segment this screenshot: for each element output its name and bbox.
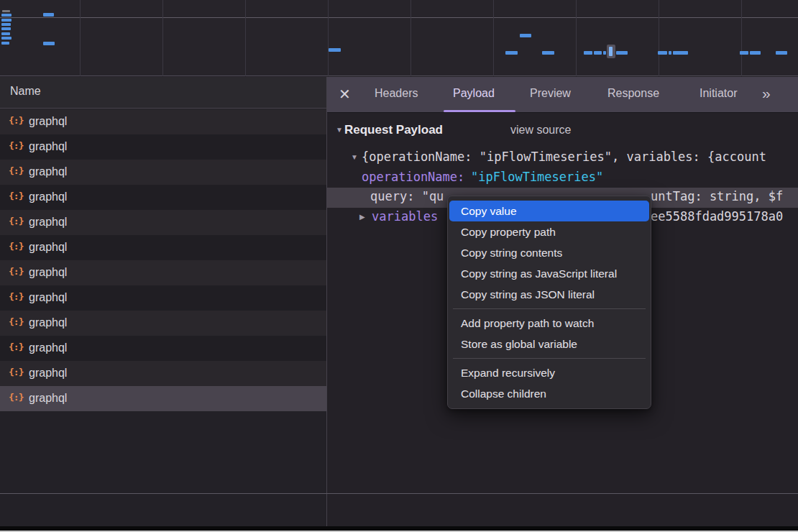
json-request-icon: {:} bbox=[9, 392, 23, 403]
request-timing-bar[interactable] bbox=[2, 10, 10, 12]
request-timing-bar[interactable] bbox=[1, 14, 12, 17]
query-text-right-fragment: untTag: string, $f bbox=[651, 189, 783, 203]
status-bar-divider bbox=[0, 493, 798, 494]
overview-gridline bbox=[659, 0, 659, 76]
request-timing-bar[interactable] bbox=[1, 27, 11, 30]
context-menu-item-store-as-global-variable[interactable]: Store as global variable bbox=[449, 334, 649, 354]
json-request-icon: {:} bbox=[9, 241, 23, 252]
request-timing-bar[interactable] bbox=[1, 32, 10, 35]
json-request-icon: {:} bbox=[9, 341, 23, 352]
request-timing-bar[interactable] bbox=[740, 51, 748, 55]
request-timing-bar[interactable] bbox=[673, 51, 688, 55]
overview-gridline bbox=[411, 0, 411, 76]
property-key: operationName: bbox=[362, 170, 464, 184]
request-timing-bar[interactable] bbox=[1, 37, 12, 40]
json-request-icon: {:} bbox=[9, 216, 23, 226]
tab-payload[interactable]: Payload bbox=[453, 87, 495, 100]
request-name-label: graphql bbox=[29, 216, 67, 229]
json-request-icon: {:} bbox=[9, 266, 23, 277]
overview-gridline bbox=[741, 0, 742, 76]
request-timing-bar[interactable] bbox=[1, 23, 11, 26]
tab-response[interactable]: Response bbox=[607, 87, 659, 100]
request-name-label: graphql bbox=[29, 367, 67, 380]
variables-text-right-fragment: ee5588fdad995178a0 bbox=[651, 209, 783, 224]
request-timing-bar[interactable] bbox=[594, 51, 602, 55]
context-menu: Copy valueCopy property pathCopy string … bbox=[447, 196, 651, 409]
json-request-icon: {:} bbox=[9, 367, 23, 377]
request-timing-bar[interactable] bbox=[658, 51, 667, 55]
context-menu-item-expand-recursively[interactable]: Expand recursively bbox=[449, 362, 649, 383]
request-timing-bar[interactable] bbox=[43, 13, 54, 17]
request-timing-bar[interactable] bbox=[542, 51, 554, 55]
request-name-label: graphql bbox=[29, 241, 67, 254]
request-row[interactable]: {:}graphql bbox=[0, 235, 326, 260]
request-timing-bar[interactable] bbox=[584, 51, 592, 55]
request-timing-bar[interactable] bbox=[43, 42, 55, 45]
request-timing-bar[interactable] bbox=[1, 19, 12, 22]
request-row[interactable]: {:}graphql bbox=[0, 185, 326, 210]
property-value-string: "ipFlowTimeseries" bbox=[471, 170, 603, 184]
tab-preview[interactable]: Preview bbox=[530, 87, 571, 100]
tab-initiator[interactable]: Initiator bbox=[700, 87, 737, 100]
request-timing-bar[interactable] bbox=[520, 34, 531, 37]
request-row[interactable]: {:}graphql bbox=[0, 311, 326, 336]
overview-row-divider bbox=[0, 17, 798, 18]
request-name-label: graphql bbox=[29, 341, 67, 354]
query-text-left-fragment: query: "qu bbox=[370, 189, 444, 203]
view-source-link[interactable]: view source bbox=[510, 124, 571, 137]
json-request-icon: {:} bbox=[9, 115, 23, 126]
expand-arrow-icon[interactable]: ▶ bbox=[359, 213, 365, 221]
request-timing-bar[interactable] bbox=[1, 42, 9, 45]
more-tabs-button[interactable]: » bbox=[762, 85, 769, 102]
devtools-network-panel: Name {:}graphql{:}graphql{:}graphql{:}gr… bbox=[0, 0, 798, 532]
network-overview-strip[interactable] bbox=[0, 0, 798, 76]
context-menu-item-copy-string-contents[interactable]: Copy string contents bbox=[449, 242, 649, 263]
payload-operationname-row[interactable]: operationName: "ipFlowTimeseries" bbox=[327, 169, 798, 188]
request-timing-bar[interactable] bbox=[505, 51, 518, 55]
request-name-label: graphql bbox=[29, 316, 67, 329]
overview-gridline bbox=[245, 0, 246, 76]
request-timing-bar[interactable] bbox=[669, 51, 671, 55]
request-row[interactable]: {:}graphql bbox=[0, 386, 326, 411]
payload-object-preview: {operationName: "ipFlowTimeseries", vari… bbox=[362, 150, 766, 164]
request-name-label: graphql bbox=[29, 191, 67, 203]
json-request-icon: {:} bbox=[9, 291, 23, 302]
context-menu-separator bbox=[453, 308, 646, 309]
name-column-header[interactable]: Name bbox=[0, 77, 326, 109]
request-row[interactable]: {:}graphql bbox=[0, 260, 326, 285]
json-request-icon: {:} bbox=[9, 191, 23, 201]
close-details-button[interactable]: ✕ bbox=[339, 86, 351, 103]
details-tabbar: ✕ » HeadersPayloadPreviewResponseInitiat… bbox=[327, 77, 798, 113]
tab-headers[interactable]: Headers bbox=[375, 87, 418, 100]
section-collapse-icon[interactable]: ▼ bbox=[336, 126, 343, 134]
json-request-icon: {:} bbox=[9, 316, 23, 327]
request-name-label: graphql bbox=[29, 165, 67, 178]
request-name-label: graphql bbox=[29, 291, 67, 304]
request-row[interactable]: {:}graphql bbox=[0, 134, 326, 160]
request-row[interactable]: {:}graphql bbox=[0, 210, 326, 235]
request-row[interactable]: {:}graphql bbox=[0, 109, 326, 134]
collapse-arrow-icon[interactable]: ▼ bbox=[351, 153, 358, 161]
context-menu-item-copy-string-as-json-literal[interactable]: Copy string as JSON literal bbox=[449, 284, 649, 305]
request-row[interactable]: {:}graphql bbox=[0, 285, 326, 311]
context-menu-item-copy-string-as-javascript-literal[interactable]: Copy string as JavaScript literal bbox=[449, 263, 649, 284]
context-menu-item-collapse-children[interactable]: Collapse children bbox=[449, 383, 649, 404]
active-tab-underline bbox=[444, 110, 515, 112]
request-timing-bar[interactable] bbox=[750, 51, 761, 55]
context-menu-item-copy-value[interactable]: Copy value bbox=[449, 201, 649, 221]
request-timing-bar[interactable] bbox=[609, 47, 613, 56]
request-timing-bar[interactable] bbox=[776, 51, 787, 55]
request-row[interactable]: {:}graphql bbox=[0, 336, 326, 361]
context-menu-item-add-property-path-to-watch[interactable]: Add property path to watch bbox=[449, 313, 649, 334]
context-menu-item-copy-property-path[interactable]: Copy property path bbox=[449, 221, 649, 242]
request-timing-bar[interactable] bbox=[603, 51, 606, 55]
overview-gridline bbox=[576, 0, 577, 76]
request-timing-bar[interactable] bbox=[329, 48, 341, 52]
request-row[interactable]: {:}graphql bbox=[0, 160, 326, 185]
overview-gridline bbox=[328, 0, 329, 76]
payload-root-row[interactable]: ▼ {operationName: "ipFlowTimeseries", va… bbox=[327, 149, 798, 168]
request-row[interactable]: {:}graphql bbox=[0, 361, 326, 386]
json-request-icon: {:} bbox=[9, 140, 23, 151]
overview-gridline bbox=[493, 0, 494, 76]
request-timing-bar[interactable] bbox=[616, 51, 628, 55]
